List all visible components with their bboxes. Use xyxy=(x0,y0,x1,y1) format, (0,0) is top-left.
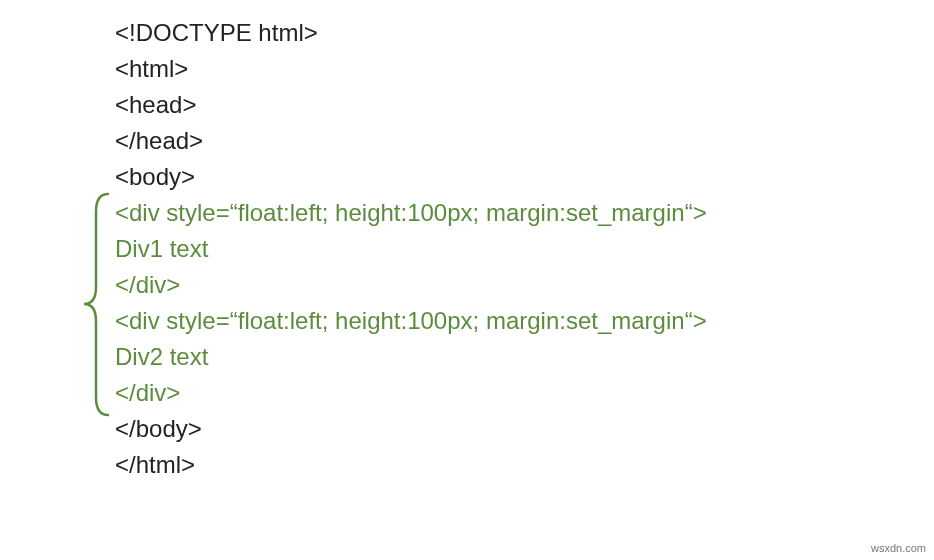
code-line: </head> xyxy=(80,123,934,159)
code-line: </div> xyxy=(80,267,934,303)
code-line: <body> xyxy=(80,159,934,195)
code-line: <html> xyxy=(80,51,934,87)
code-line: </body> xyxy=(80,411,934,447)
curly-brace-icon xyxy=(80,192,110,417)
code-line: </html> xyxy=(80,447,934,483)
code-line: <!DOCTYPE html> xyxy=(80,15,934,51)
code-line: <head> xyxy=(80,87,934,123)
code-line: Div1 text xyxy=(80,231,934,267)
watermark-text: wsxdn.com xyxy=(871,542,926,554)
code-line: <div style=“float:left; height:100px; ma… xyxy=(80,303,934,339)
code-block: <!DOCTYPE html> <html> <head> </head> <b… xyxy=(0,0,934,483)
code-line: Div2 text xyxy=(80,339,934,375)
code-line: <div style=“float:left; height:100px; ma… xyxy=(80,195,934,231)
code-line: </div> xyxy=(80,375,934,411)
